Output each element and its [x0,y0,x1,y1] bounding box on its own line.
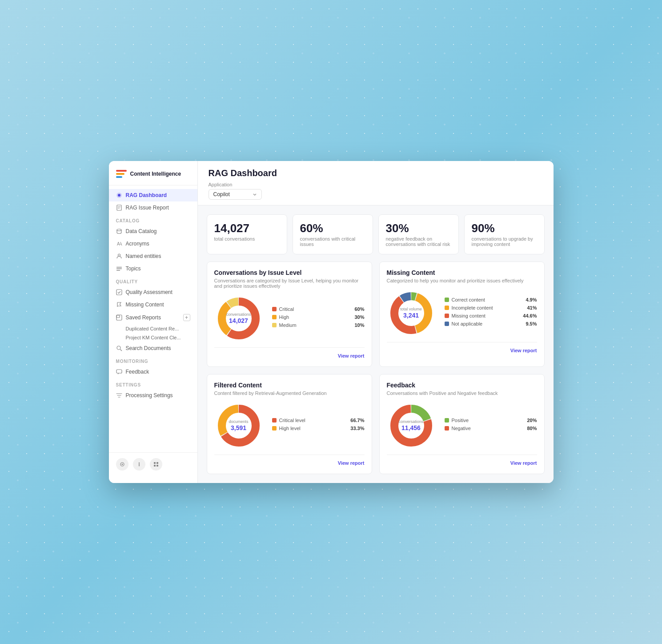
legend-dot [445,298,449,302]
sidebar-item-topics[interactable]: Topics [109,262,197,275]
view-report-button-3[interactable]: View report [510,460,537,466]
donut-value-0: 14,027 [226,317,251,325]
donut-wrapper-2: documents 3,591 [214,401,263,450]
legend-0: Critical 60% High 30% Medium 10% [272,306,365,330]
donut-wrapper-3: conversations 11,456 [387,401,436,450]
svg-point-9 [118,254,120,256]
sidebar-item-search-documents[interactable]: Search Documents [109,342,197,354]
svg-text:A: A [117,242,120,246]
svg-line-17 [120,349,122,351]
stat-label-2: negative feedback on conversations with … [386,236,451,247]
stat-card-1: 60% conversations with critical issues [293,214,373,255]
legend-item-3-1: Negative 80% [445,426,537,431]
svg-rect-10 [116,267,122,268]
stat-card-0: 14,027 total conversations [207,214,287,255]
view-report-row-2: View report [214,455,365,467]
grid-icon [116,192,122,198]
sidebar-item-missing-content[interactable]: Missing Content [109,298,197,311]
legend-dot [445,418,449,423]
bottom-icon-3[interactable] [150,458,162,471]
view-report-row-0: View report [214,347,365,359]
stat-label-1: conversations with critical issues [300,236,365,247]
saved-report-item-1[interactable]: Duplicated Content Re... [109,324,197,333]
saved-report-item-2[interactable]: Project KM Content Cle... [109,333,197,342]
legend-dot [272,323,277,327]
chevron-down-icon [253,192,257,197]
sidebar-item-label: Missing Content [126,302,164,308]
add-report-button[interactable]: + [183,314,190,321]
bottom-icon-1[interactable] [116,458,128,471]
legend-label: High level [279,426,301,431]
main-header: RAG Dashboard Application Copilot [198,161,554,205]
legend-pct: 9.5% [526,321,537,326]
legend-label: Positive [452,418,469,423]
sidebar-item-feedback[interactable]: Feedback [109,366,197,378]
legend-pct: 60% [354,306,364,312]
legend-pct: 20% [527,418,537,423]
dashboard-body: 14,027 total conversations 60% conversat… [198,205,554,483]
sidebar-item-acronyms[interactable]: A Acronyms [109,237,197,250]
filter-icon [116,392,122,398]
view-report-button-0[interactable]: View report [338,353,365,358]
legend-dot [272,307,277,311]
app-select[interactable]: Copilot [209,189,262,200]
chart-subtitle-0: Conversations are categorized by Issue L… [214,278,365,289]
chart-body-3: conversations 11,456 Positive 20% Negati… [387,401,537,450]
svg-point-20 [121,464,123,465]
legend-item-0-1: High 30% [272,314,365,320]
sidebar-item-processing-settings[interactable]: Processing Settings [109,389,197,402]
sidebar-item-label: Processing Settings [126,392,173,398]
save-icon [116,314,122,321]
sidebar-item-quality-assessment[interactable]: Quality Assessment [109,286,197,298]
app-window: Content Intelligence RAG Dashboard RAG I… [109,161,554,483]
donut-center-2: documents 3,591 [229,420,248,432]
donut-label-0: conversations [226,313,251,318]
legend-label: Critical level [279,418,305,423]
sidebar-item-rag-issue-report[interactable]: RAG Issue Report [109,201,197,214]
chart-title-0: Conversations by Issue Level [214,269,365,276]
legend-dot [272,418,277,423]
sidebar-item-saved-reports[interactable]: Saved Reports + [109,311,197,324]
view-report-button-2[interactable]: View report [338,460,365,466]
legend-3: Positive 20% Negative 80% [445,418,537,434]
svg-rect-11 [116,268,122,269]
donut-wrapper-1: total volume 3,241 [387,289,436,338]
svg-point-5 [117,229,121,231]
legend-label: Negative [452,426,471,431]
stat-card-2: 30% negative feedback on conversations w… [378,214,459,255]
svg-point-1 [118,194,120,197]
stat-value-3: 90% [472,222,537,235]
section-quality-label: QUALITY [109,275,197,286]
chart-card-missing-content: Missing Content Categorized to help you … [379,262,545,367]
sidebar-item-label: Quality Assessment [126,289,173,295]
legend-item-0-2: Medium 10% [272,322,365,328]
svg-rect-26 [154,465,156,467]
saved-reports-label: Saved Reports [126,314,161,321]
bottom-icon-2[interactable] [133,458,145,471]
sidebar-item-rag-dashboard[interactable]: RAG Dashboard [109,189,197,201]
section-catalog-label: CATALOG [109,214,197,225]
view-report-button-1[interactable]: View report [510,348,537,353]
view-report-row-3: View report [387,455,537,467]
database-icon [116,228,122,234]
chart-subtitle-3: Conversations with Positive and Negative… [387,390,537,396]
sidebar-item-named-entities[interactable]: Named entities [109,250,197,262]
sidebar-item-label: Named entities [126,253,161,259]
chart-card-feedback: Feedback Conversations with Positive and… [379,374,545,474]
sidebar-item-data-catalog[interactable]: Data Catalog [109,225,197,237]
donut-center-0: conversations 14,027 [226,313,251,325]
legend-item-1-2: Missing content 44.6% [445,313,537,318]
sidebar-bottom-bar [109,452,197,476]
sidebar-item-label: RAG Dashboard [126,192,167,198]
legend-item-1-0: Correct content 4.9% [445,297,537,302]
svg-point-16 [117,346,120,350]
app-label: Application [209,182,543,187]
stat-card-3: 90% conversations to upgrade by improvin… [464,214,545,255]
stat-label-3: conversations to upgrade by improving co… [472,236,537,247]
svg-point-23 [138,465,139,466]
legend-dot [445,426,449,431]
legend-label: Missing content [452,313,485,318]
legend-label: Correct content [452,297,485,302]
legend-pct: 41% [527,305,537,310]
legend-item-0-0: Critical 60% [272,306,365,312]
